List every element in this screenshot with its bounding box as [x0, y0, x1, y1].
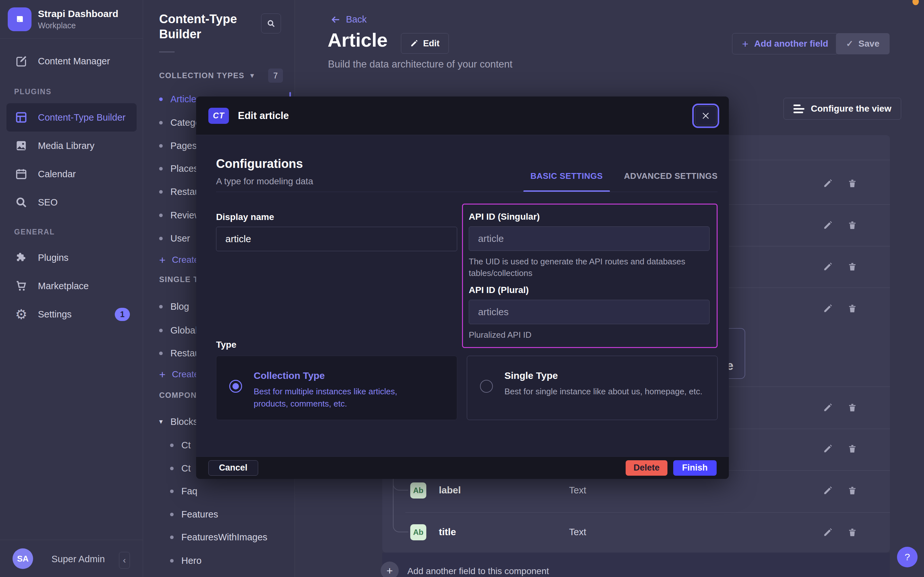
- collection-types-header[interactable]: COLLECTION TYPES ▼ 7: [159, 68, 283, 83]
- pencil-icon[interactable]: [821, 400, 835, 414]
- cancel-button[interactable]: Cancel: [208, 460, 258, 476]
- edit-button[interactable]: Edit: [401, 33, 449, 54]
- subnav-item-pages[interactable]: Pages: [159, 137, 197, 155]
- subnav-item-component-featureswithimages[interactable]: FeaturesWithImages: [170, 528, 267, 546]
- subnav-item-component-ct1[interactable]: Ct: [170, 436, 191, 454]
- caret-down-icon: ▾: [159, 417, 163, 426]
- single-type-title: Single Type: [505, 370, 710, 381]
- gear-icon: ⚙: [14, 307, 28, 321]
- subnav-item-user[interactable]: User: [159, 229, 190, 247]
- collection-types-label: COLLECTION TYPES: [159, 71, 244, 80]
- edit-article-modal: CT Edit article Configurations A type fo…: [196, 97, 729, 479]
- pen-icon: [14, 54, 28, 68]
- radio-selected-icon[interactable]: [229, 380, 242, 393]
- pencil-icon[interactable]: [821, 525, 835, 539]
- sidebar-item-plugins[interactable]: Plugins: [0, 243, 143, 272]
- pencil-icon[interactable]: [821, 442, 835, 456]
- search-button[interactable]: [261, 13, 281, 34]
- collection-types-count: 7: [268, 69, 283, 83]
- field-type: Text: [569, 527, 586, 537]
- pencil-icon[interactable]: [821, 218, 835, 232]
- image-icon: [14, 139, 28, 153]
- app-root: Strapi Dashboard Workplace Content Manag…: [0, 0, 924, 577]
- help-button[interactable]: ?: [897, 547, 918, 567]
- api-id-singular-input[interactable]: [469, 226, 710, 251]
- subnav-item-component-ct2[interactable]: Ct: [170, 459, 191, 477]
- pencil-icon[interactable]: [821, 484, 835, 498]
- subnav-item-review[interactable]: Review: [159, 206, 201, 224]
- bullet-icon: [170, 535, 174, 539]
- arrow-left-icon: [331, 15, 341, 24]
- sidebar-item-marketplace[interactable]: Marketplace: [0, 272, 143, 300]
- row-actions: [821, 301, 860, 316]
- workspace-subtitle: Workplace: [38, 21, 118, 30]
- grid-icon: [14, 110, 28, 124]
- trash-icon[interactable]: [845, 525, 860, 539]
- subnav-item-label: Blog: [170, 301, 189, 312]
- save-button[interactable]: ✓ Save: [836, 33, 890, 54]
- sidebar-item-label: Plugins: [38, 253, 69, 263]
- tab-basic-settings[interactable]: BASIC SETTINGS: [530, 171, 603, 192]
- settings-tabs: BASIC SETTINGS ADVANCED SETTINGS: [530, 171, 718, 192]
- subnav-item-component-faq[interactable]: Faq: [170, 482, 198, 500]
- workspace-header[interactable]: Strapi Dashboard Workplace: [0, 0, 143, 39]
- back-link[interactable]: Back: [331, 14, 366, 25]
- bullet-icon: [159, 97, 163, 101]
- trash-icon[interactable]: [845, 259, 860, 274]
- plus-icon: +: [159, 255, 166, 265]
- pencil-icon[interactable]: [821, 176, 835, 190]
- single-type-desc: Best for single instance like about us, …: [505, 386, 710, 398]
- subnav-group-blocks[interactable]: ▾Blocks: [159, 413, 198, 431]
- trash-icon[interactable]: [845, 484, 860, 498]
- subnav-item-component-hero[interactable]: Hero: [170, 551, 202, 570]
- field-name: label: [439, 485, 461, 496]
- subnav-item-global[interactable]: Global: [159, 321, 198, 339]
- sidebar-item-content-type-builder[interactable]: Content-Type Builder: [6, 103, 137, 132]
- add-component-field-label: Add another field to this component: [407, 566, 549, 576]
- trash-icon[interactable]: [845, 176, 860, 190]
- trash-icon[interactable]: [845, 442, 860, 456]
- api-id-plural-input[interactable]: [469, 300, 710, 324]
- sidebar-item-label: Content Manager: [38, 56, 110, 66]
- sidebar-item-label: Settings: [38, 309, 72, 320]
- sidebar-item-label: SEO: [38, 197, 58, 208]
- subnav-item-label: Faq: [181, 486, 198, 496]
- subnav-title: Content-Type Builder: [159, 11, 259, 42]
- notification-dot: [913, 0, 919, 5]
- caret-down-icon: ▼: [249, 72, 255, 79]
- subnav-item-component-features[interactable]: Features: [170, 505, 218, 523]
- display-name-input[interactable]: [216, 227, 457, 251]
- avatar[interactable]: SA: [13, 548, 33, 569]
- subnav-item-label: Global: [170, 325, 198, 336]
- trash-icon[interactable]: [845, 400, 860, 414]
- subnav-item-places[interactable]: Places: [159, 160, 198, 177]
- pencil-icon[interactable]: [821, 259, 835, 274]
- subnav-item-label: FeaturesWithImages: [181, 532, 267, 543]
- sidebar-item-seo[interactable]: SEO: [0, 188, 143, 216]
- display-name-label: Display name: [216, 212, 457, 222]
- list-settings-icon: [794, 105, 804, 113]
- trash-icon[interactable]: [845, 301, 860, 316]
- add-another-field-button[interactable]: + Add another field: [732, 33, 838, 54]
- plus-circle-icon[interactable]: +: [381, 562, 399, 577]
- add-component-field-row[interactable]: + Add another field to this component: [382, 553, 890, 577]
- pencil-icon[interactable]: [821, 301, 835, 316]
- trash-icon[interactable]: [845, 218, 860, 232]
- radio-unselected-icon[interactable]: [480, 380, 493, 393]
- subnav-item-blog[interactable]: Blog: [159, 298, 189, 316]
- tab-advanced-settings[interactable]: ADVANCED SETTINGS: [624, 171, 718, 192]
- sidebar-item-media-library[interactable]: Media Library: [0, 132, 143, 160]
- sidebar-item-content-manager[interactable]: Content Manager: [0, 47, 143, 75]
- collapse-sidebar-button[interactable]: ‹: [119, 552, 130, 569]
- subnav-item-article[interactable]: Article: [159, 90, 196, 108]
- search-icon: [14, 195, 28, 210]
- single-type-option[interactable]: Single Type Best for single instance lik…: [467, 356, 718, 420]
- finish-button[interactable]: Finish: [673, 460, 717, 476]
- subnav-item-label: Ct: [181, 463, 191, 474]
- configure-view-button[interactable]: Configure the view: [784, 98, 901, 120]
- delete-button[interactable]: Delete: [626, 460, 667, 476]
- sidebar-item-calendar[interactable]: Calendar: [0, 160, 143, 188]
- subnav-item-label: Features: [181, 509, 218, 520]
- close-button[interactable]: [695, 106, 717, 126]
- collection-type-option[interactable]: Collection Type Best for multiple instan…: [216, 356, 457, 420]
